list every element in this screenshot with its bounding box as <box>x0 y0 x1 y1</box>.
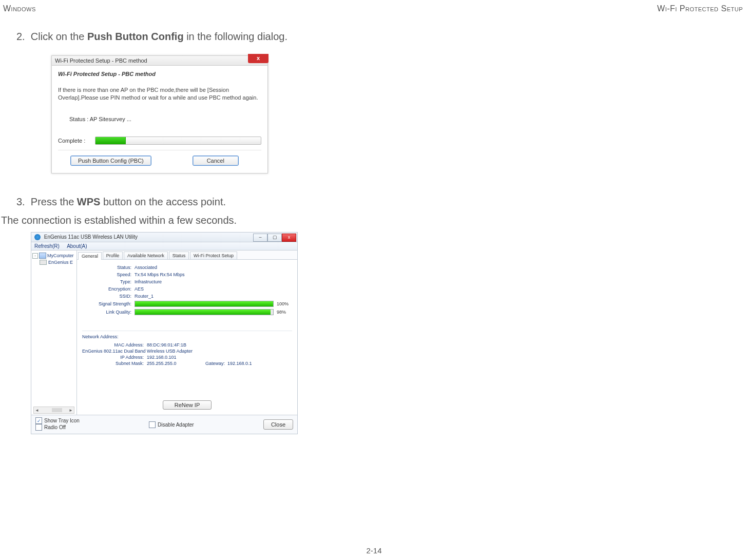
app-icon <box>34 234 41 240</box>
tree-collapse-icon[interactable]: - <box>32 253 38 259</box>
tab-available-network[interactable]: Available Network <box>124 252 168 259</box>
menu-about[interactable]: About(A) <box>67 243 87 249</box>
tab-body: Status:Associated Speed:Tx:54 Mbps Rx:54… <box>77 260 297 415</box>
subnet-label: Subnet Mask: <box>82 361 147 366</box>
ip-label: IP Address: <box>82 355 147 360</box>
gateway-value: 192.168.0.1 <box>227 361 252 366</box>
tab-wps[interactable]: Wi-Fi Protect Setup <box>190 252 237 259</box>
tab-strip: General Profile Available Network Status… <box>77 250 297 260</box>
complete-label: Complete : <box>58 138 91 144</box>
status-value: Associated <box>135 265 157 270</box>
radio-off-label: Radio Off <box>44 424 66 430</box>
link-quality-fill <box>135 310 271 315</box>
checkbox-unchecked-icon <box>35 424 42 431</box>
tree-root[interactable]: MyComputer <box>47 253 74 258</box>
mac-label: MAC Address: <box>82 342 147 347</box>
step-2-bold: Push Button Config <box>87 31 184 42</box>
link-quality-bar <box>135 309 274 315</box>
close-button[interactable]: Close <box>263 419 293 430</box>
menu-bar: Refresh(R) About(A) <box>31 242 297 250</box>
adapter-name: EnGenius 802.11ac Dual Band Wireless USB… <box>82 349 193 354</box>
step-2-num: 2. <box>16 31 25 42</box>
tab-status[interactable]: Status <box>169 252 189 259</box>
checkbox-unchecked-icon <box>149 421 156 428</box>
speed-value: Tx:54 Mbps Rx:54 Mbps <box>135 272 185 277</box>
cancel-button[interactable]: Cancel <box>193 156 239 166</box>
tree-child[interactable]: EnGenius E <box>48 260 73 265</box>
scroll-left-icon[interactable]: ◄ <box>34 408 40 413</box>
minimize-icon[interactable]: – <box>253 234 267 242</box>
wlan-utility-window: EnGenius 11ac USB Wireless LAN Utility –… <box>31 232 298 434</box>
maximize-icon[interactable]: ▢ <box>267 234 282 242</box>
adapter-icon <box>40 260 47 265</box>
step-3: 3. Press the WPS button on the access po… <box>16 196 226 208</box>
checkbox-checked-icon: ✓ <box>35 417 42 424</box>
step-3-pre: Press the <box>31 196 77 207</box>
wlan-utility-title: EnGenius 11ac USB Wireless LAN Utility <box>44 234 138 240</box>
push-button-config-button[interactable]: Push Button Config (PBC) <box>70 156 151 166</box>
status-label: Status: <box>82 265 135 270</box>
device-tree[interactable]: - MyComputer EnGenius E ◄ ► <box>31 250 77 415</box>
pbc-dialog-title: Wi-Fi Protected Setup - PBC method <box>55 57 147 64</box>
encryption-value: AES <box>135 286 144 292</box>
page-number: 2-14 <box>0 546 748 555</box>
step-3-post: button on the access point. <box>100 196 226 207</box>
radio-off-checkbox[interactable]: Radio Off <box>35 424 66 431</box>
computer-icon <box>39 253 46 259</box>
progress-bar <box>95 137 261 145</box>
step-2-pre: Click on the <box>31 31 87 42</box>
signal-strength-pct: 100% <box>277 301 292 306</box>
scroll-right-icon[interactable]: ► <box>68 408 74 413</box>
subnet-value: 255.255.255.0 <box>147 361 177 366</box>
gateway-label: Gateway: <box>205 361 225 366</box>
renew-ip-button[interactable]: ReNew IP <box>163 400 212 410</box>
tab-profile[interactable]: Profile <box>103 252 123 259</box>
step-2-post: in the following dialog. <box>184 31 287 42</box>
signal-strength-bar <box>135 301 274 307</box>
menu-refresh[interactable]: Refresh(R) <box>34 243 60 249</box>
pbc-dialog-titlebar: Wi-Fi Protected Setup - PBC method x <box>52 56 267 66</box>
close-icon[interactable]: x <box>248 54 268 63</box>
pbc-dialog-status: Status : AP Sitesurvey ... <box>69 116 261 122</box>
pbc-dialog-info: If there is more than one AP on the PBC … <box>58 86 261 102</box>
scroll-thumb[interactable] <box>52 408 62 412</box>
type-label: Type: <box>82 279 135 284</box>
connection-line: The connection is established within a f… <box>1 215 237 226</box>
type-value: Infrastructure <box>135 279 162 284</box>
pbc-dialog: Wi-Fi Protected Setup - PBC method x Wi-… <box>51 55 268 173</box>
ip-value: 192.168.0.101 <box>147 355 177 360</box>
header-right: Wi-Fi Protected Setup <box>657 4 743 13</box>
show-tray-icon-checkbox[interactable]: ✓ Show Tray Icon <box>35 417 80 424</box>
bottom-bar: ✓ Show Tray Icon Radio Off Disable Adapt… <box>31 415 297 434</box>
signal-strength-label: Signal Strength: <box>82 301 135 306</box>
tree-scrollbar[interactable]: ◄ ► <box>33 407 74 414</box>
network-address-title: Network Address: <box>82 334 292 339</box>
tab-general[interactable]: General <box>78 252 102 260</box>
step-2: 2. Click on the Push Button Config in th… <box>16 31 287 43</box>
encryption-label: Encryption: <box>82 286 135 292</box>
signal-strength-fill <box>135 301 273 306</box>
step-3-bold: WPS <box>77 196 101 207</box>
header-left: Windows <box>3 4 36 13</box>
link-quality-label: Link Quality: <box>82 310 135 315</box>
disable-adapter-label: Disable Adapter <box>158 422 194 428</box>
pbc-dialog-heading: Wi-Fi Protected Setup - PBC method <box>58 71 261 77</box>
ssid-label: SSID: <box>82 294 135 299</box>
link-quality-pct: 98% <box>277 310 292 315</box>
speed-label: Speed: <box>82 272 135 277</box>
wlan-utility-titlebar: EnGenius 11ac USB Wireless LAN Utility –… <box>31 233 297 242</box>
mac-value: 88:DC:96:01:4F:1B <box>147 342 186 347</box>
progress-fill <box>95 137 126 144</box>
show-tray-icon-label: Show Tray Icon <box>44 418 80 423</box>
ssid-value: Router_1 <box>135 294 154 299</box>
step-3-num: 3. <box>16 196 25 207</box>
close-icon[interactable]: x <box>282 234 296 242</box>
disable-adapter-checkbox[interactable]: Disable Adapter <box>149 421 194 428</box>
